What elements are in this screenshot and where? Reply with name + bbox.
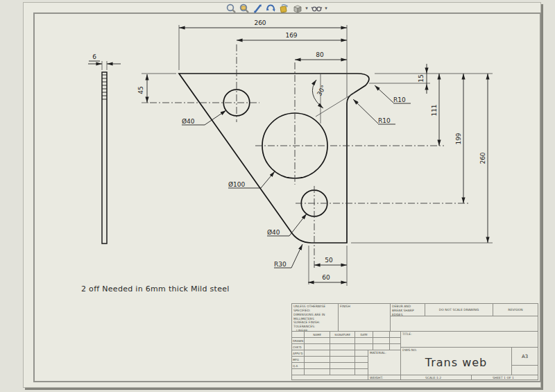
dim-169: 169 [285, 32, 297, 39]
sheet-number-cell: SHEET 1 OF 1 [471, 375, 538, 380]
empty-cell [511, 365, 538, 375]
dim-dia40-lower: Ø40 [267, 229, 280, 236]
title-cell: TITLE: [400, 331, 538, 348]
dimension-lines [88, 28, 488, 282]
debur-cell: DEBUR AND BREAK SHARP EDGES [390, 303, 425, 316]
dim-80: 80 [316, 51, 324, 58]
drawing-title: Trans web [401, 356, 511, 369]
dim-dia40-upper: Ø40 [182, 118, 195, 125]
dwg-no-cell: DWG NO. Trans web [400, 347, 512, 375]
dim-15: 15 [418, 74, 425, 82]
dim-dia100: Ø100 [228, 181, 246, 188]
material-cell: MATERIAL: [368, 350, 401, 375]
dim-60: 60 [322, 274, 330, 281]
front-view[interactable] [179, 74, 369, 243]
dim-111: 111 [431, 104, 438, 116]
dim-45: 45 [137, 86, 144, 94]
weight-cell: WEIGHT: [368, 375, 401, 380]
dim-right-260: 260 [479, 152, 486, 164]
dim-r30: R30 [274, 261, 287, 268]
dim-50: 50 [325, 257, 333, 264]
side-view[interactable] [102, 72, 107, 244]
dimension-labels[interactable]: 260 169 80 6 45 15 111 199 260 30° R10 R… [92, 19, 486, 281]
drawing-note: 2 off Needed in 6mm thick Mild steel [81, 284, 230, 293]
application-window: ▾ ▾ [0, 0, 555, 392]
dim-angle-30: 30° [316, 84, 327, 97]
revision-cell: REVISION [493, 303, 538, 316]
dim-r10-upper: R10 [393, 96, 406, 103]
title-block: UNLESS OTHERWISE SPECIFIED: DIMENSIONS A… [291, 303, 538, 380]
empty-cell [291, 375, 368, 380]
dim-199: 199 [455, 133, 462, 144]
dim-top-260: 260 [254, 19, 266, 26]
dim-r10-lower: R10 [378, 117, 391, 124]
tolerance-block: UNLESS OTHERWISE SPECIFIED: DIMENSIONS A… [291, 303, 339, 332]
scale-cell: SCALE:1:2 [400, 375, 472, 380]
finish-cell: FINISH [338, 303, 391, 332]
empty-cell [390, 316, 538, 332]
extension-lines [102, 25, 493, 286]
do-not-scale-cell: DO NOT SCALE DRAWING [425, 303, 493, 316]
dim-thickness-6: 6 [92, 53, 96, 60]
sheet-size-cell: A3 [511, 347, 538, 366]
